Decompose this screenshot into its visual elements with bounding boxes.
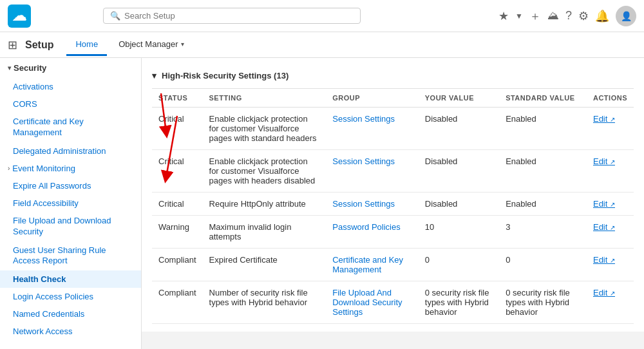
cell-action[interactable]: Edit ↗ — [587, 281, 634, 324]
external-link-icon: ↗ — [610, 201, 615, 208]
col-your-value: YOUR VALUE — [419, 89, 499, 108]
cell-group[interactable]: Session Settings — [326, 150, 419, 193]
tab-home[interactable]: Home — [66, 34, 107, 56]
salesforce-logo: ☁ — [8, 5, 31, 28]
group-link[interactable]: Certificate and Key Management — [332, 255, 403, 274]
cell-your-value: 0 security risk file types with Hybrid b… — [419, 281, 499, 324]
cell-setting: Expired Certificate — [203, 249, 327, 281]
external-link-icon: ↗ — [610, 158, 615, 165]
col-actions: ACTIONS — [587, 89, 634, 108]
cell-setting: Maximum invalid login attempts — [203, 216, 327, 249]
cell-group[interactable]: Session Settings — [326, 108, 419, 150]
edit-link[interactable]: Edit ↗ — [593, 156, 615, 166]
col-status: STATUS — [152, 89, 203, 108]
table-row: CriticalEnable clickjack protection for … — [152, 108, 634, 150]
group-link[interactable]: Session Settings — [332, 114, 395, 124]
cell-group[interactable]: Certificate and Key Management — [326, 249, 419, 281]
group-link[interactable]: Session Settings — [332, 199, 395, 209]
group-link[interactable]: Password Policies — [332, 222, 401, 232]
cell-your-value: 0 — [419, 249, 499, 281]
cell-status: Compliant — [152, 281, 203, 324]
cell-setting: Enable clickjack protection for customer… — [203, 150, 327, 193]
sidebar-item-cors[interactable]: CORS — [0, 95, 141, 113]
cell-status: Compliant — [152, 249, 203, 281]
sidebar-item-network-access[interactable]: Network Access — [0, 323, 141, 340]
section-chevron-icon[interactable]: ▾ — [152, 71, 156, 80]
sidebar-item-guest-user[interactable]: Guest User Sharing Rule Access Report — [0, 241, 141, 271]
sidebar-item-expire-passwords[interactable]: Expire All Passwords — [0, 177, 141, 194]
cell-group[interactable]: Password Policies — [326, 216, 419, 249]
edit-link[interactable]: Edit ↗ — [593, 288, 615, 297]
cell-your-value: Disabled — [419, 108, 499, 150]
sidebar-item-activations[interactable]: Activations — [0, 78, 141, 95]
col-group: GROUP — [326, 89, 419, 108]
chevron-down-icon: ▾ — [8, 64, 11, 71]
group-link[interactable]: File Upload And Download Security Settin… — [332, 288, 402, 317]
cell-group[interactable]: File Upload And Download Security Settin… — [326, 281, 419, 324]
mountain-icon[interactable]: ⛰ — [547, 9, 559, 23]
cell-action[interactable]: Edit ↗ — [587, 193, 634, 216]
sidebar-item-named-credentials[interactable]: Named Credentials — [0, 305, 141, 323]
table-row: CompliantNumber of security risk file ty… — [152, 281, 634, 324]
sidebar-item-field-accessibility[interactable]: Field Accessibility — [0, 194, 141, 212]
group-link[interactable]: Session Settings — [332, 156, 395, 166]
sidebar-section-security[interactable]: ▾ Security — [0, 58, 141, 78]
sidebar-item-event-monitoring[interactable]: › Event Monitoring — [0, 160, 141, 177]
cell-standard-value: Enabled — [499, 193, 587, 216]
section-title: High-Risk Security Settings (13) — [162, 71, 289, 80]
table-header-row: STATUS SETTING GROUP YOUR VALUE STANDARD… — [152, 89, 634, 108]
setup-title: Setup — [25, 39, 53, 51]
settings-icon[interactable]: ⚙ — [578, 9, 589, 23]
table-row: CriticalEnable clickjack protection for … — [152, 150, 634, 193]
tab-object-manager[interactable]: Object Manager ▾ — [109, 34, 193, 56]
external-link-icon: ↗ — [610, 257, 615, 264]
sidebar-item-file-upload[interactable]: File Upload and Download Security — [0, 212, 141, 241]
cell-standard-value: Enabled — [499, 108, 587, 150]
cell-setting: Number of security risk file types with … — [203, 281, 327, 324]
sub-navigation: ⊞ Setup Home Object Manager ▾ — [0, 32, 644, 58]
search-input[interactable] — [124, 11, 354, 21]
sidebar-item-delegated[interactable]: Delegated Administration — [0, 142, 141, 160]
table-row: CompliantExpired CertificateCertificate … — [152, 249, 634, 281]
sidebar-item-certificate[interactable]: Certificate and Key Management — [0, 113, 141, 142]
search-bar[interactable]: 🔍 — [103, 8, 361, 24]
external-link-icon: ↗ — [610, 290, 615, 297]
apps-grid-icon[interactable]: ⊞ — [8, 38, 17, 52]
cell-your-value: Disabled — [419, 193, 499, 216]
cell-your-value: 10 — [419, 216, 499, 249]
cell-action[interactable]: Edit ↗ — [587, 249, 634, 281]
top-navigation: ☁ 🔍 ★ ▼ ＋ ⛰ ? ⚙ 🔔 👤 — [0, 0, 644, 32]
cell-group[interactable]: Session Settings — [326, 193, 419, 216]
favorites-dropdown-icon[interactable]: ▼ — [515, 12, 523, 21]
cell-standard-value: Enabled — [499, 150, 587, 193]
section-header: ▾ High-Risk Security Settings (13) — [152, 66, 634, 89]
nav-icons: ★ ▼ ＋ ⛰ ? ⚙ 🔔 👤 — [498, 6, 636, 26]
cell-action[interactable]: Edit ↗ — [587, 216, 634, 249]
external-link-icon: ↗ — [610, 224, 615, 231]
external-link-icon: ↗ — [610, 116, 615, 123]
edit-link[interactable]: Edit ↗ — [593, 114, 615, 124]
cell-your-value: Disabled — [419, 150, 499, 193]
help-icon[interactable]: ? — [565, 9, 572, 23]
edit-link[interactable]: Edit ↗ — [593, 199, 615, 209]
settings-table: STATUS SETTING GROUP YOUR VALUE STANDARD… — [152, 89, 634, 324]
favorites-icon[interactable]: ★ — [498, 9, 509, 23]
edit-link[interactable]: Edit ↗ — [593, 255, 615, 265]
search-icon: 🔍 — [110, 11, 120, 21]
cell-status: Warning — [152, 216, 203, 249]
main-content: ▾ High-Risk Security Settings (13) STATU… — [142, 58, 644, 332]
sidebar-item-health-check[interactable]: Health Check — [0, 270, 141, 288]
cell-status: Critical — [152, 108, 203, 150]
add-icon[interactable]: ＋ — [529, 8, 541, 24]
cell-action[interactable]: Edit ↗ — [587, 150, 634, 193]
table-row: CriticalRequire HttpOnly attributeSessio… — [152, 193, 634, 216]
cell-action[interactable]: Edit ↗ — [587, 108, 634, 150]
bell-icon[interactable]: 🔔 — [595, 9, 609, 23]
cell-status: Critical — [152, 150, 203, 193]
sidebar-item-login-access[interactable]: Login Access Policies — [0, 288, 141, 305]
cell-setting: Require HttpOnly attribute — [203, 193, 327, 216]
col-setting: SETTING — [203, 89, 327, 108]
sidebar: ▾ Security Activations CORS Certificate … — [0, 58, 142, 349]
edit-link[interactable]: Edit ↗ — [593, 222, 615, 232]
avatar[interactable]: 👤 — [616, 6, 636, 26]
